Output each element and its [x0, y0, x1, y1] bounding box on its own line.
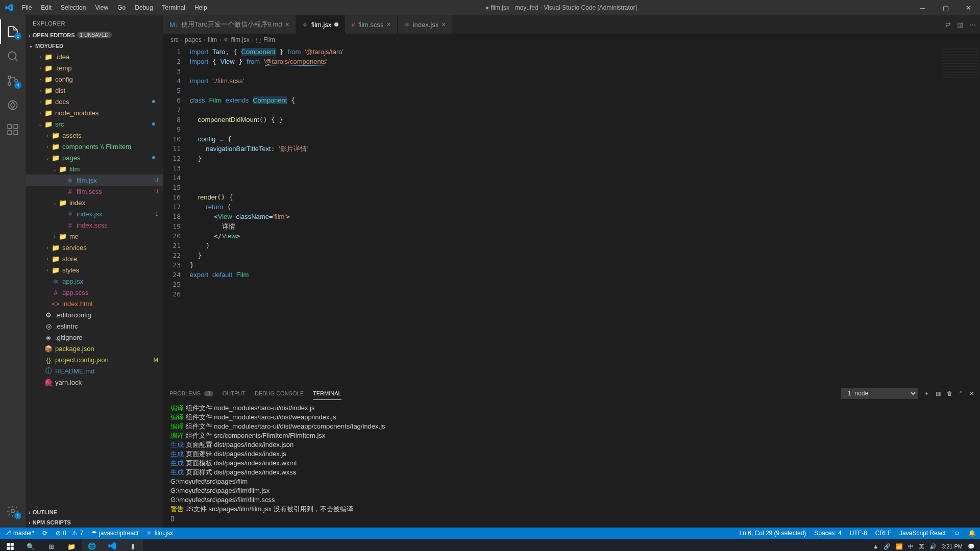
- breadcrumb-item[interactable]: Film: [263, 36, 275, 43]
- tree-item-docs[interactable]: ›📁docs: [26, 96, 163, 107]
- tree-item-config[interactable]: ›📁config: [26, 73, 163, 85]
- new-terminal-icon[interactable]: ＋: [924, 390, 929, 397]
- menu-debug[interactable]: Debug: [131, 2, 157, 13]
- breadcrumb[interactable]: src›pages›film›⚛film.jsx›⬚Film: [163, 34, 980, 46]
- tree-item-film-jsx[interactable]: ⚛film.jsxU: [26, 174, 163, 186]
- tray-ime2[interactable]: 英: [919, 543, 924, 550]
- tree-item--gitignore[interactable]: ◈.gitignore: [26, 332, 163, 343]
- close-panel-icon[interactable]: ✕: [969, 390, 974, 397]
- open-editors-header[interactable]: › OPEN EDITORS 1 UNSAVED: [26, 30, 163, 40]
- tree-item-index-scss[interactable]: #index.scss: [26, 219, 163, 231]
- tree-item-project-config-json[interactable]: {}project.config.jsonM: [26, 354, 163, 365]
- close-tab-icon[interactable]: ×: [442, 20, 446, 29]
- tray-ime[interactable]: 中: [908, 543, 914, 550]
- tab---taro---------9-md[interactable]: M↓使用Taro开发一个微信小程序9.md×: [163, 15, 296, 34]
- maximize-button[interactable]: ▢: [934, 0, 957, 15]
- breadcrumb-item[interactable]: src: [170, 36, 179, 43]
- start-button[interactable]: [0, 539, 20, 551]
- taskbar-vscode[interactable]: [102, 539, 122, 551]
- menu-edit[interactable]: Edit: [37, 2, 56, 13]
- status-problems[interactable]: ⊘0 ⚠7: [52, 530, 87, 537]
- tree-item-app-jsx[interactable]: ⚛app.jsx: [26, 276, 163, 287]
- taskbar-search[interactable]: 🔍: [20, 539, 41, 551]
- tray-time[interactable]: 3:21 PM: [942, 543, 963, 549]
- menu-selection[interactable]: Selection: [57, 2, 90, 13]
- split-icon[interactable]: ▥: [957, 21, 963, 29]
- more-icon[interactable]: ⋯: [969, 21, 976, 29]
- panel-tab-debug[interactable]: DEBUG CONSOLE: [255, 387, 304, 399]
- system-tray[interactable]: ▲ 🔗 📶 中 英 🔊 3:21 PM 💬: [868, 543, 980, 550]
- tray-volume[interactable]: 🔊: [929, 543, 937, 550]
- breadcrumb-item[interactable]: pages: [185, 36, 202, 43]
- tree-item-styles[interactable]: ›📁styles: [26, 264, 163, 276]
- close-tab-icon[interactable]: ×: [285, 20, 289, 29]
- tree-item-components----filmitem[interactable]: ›📁components \\ FilmItem: [26, 141, 163, 152]
- tree-item--eslintrc[interactable]: ◎.eslintrc: [26, 320, 163, 332]
- kill-terminal-icon[interactable]: 🗑: [947, 390, 952, 396]
- breadcrumb-item[interactable]: film.jsx: [231, 36, 250, 43]
- tray-icon[interactable]: ▲: [873, 543, 878, 549]
- tree-item-package-json[interactable]: 📦package.json: [26, 343, 163, 354]
- menu-terminal[interactable]: Terminal: [158, 2, 189, 13]
- tree-item-film[interactable]: ⌄📁film: [26, 163, 163, 174]
- activity-settings[interactable]: 1: [0, 499, 26, 523]
- tree-item-app-scss[interactable]: #app.scss: [26, 287, 163, 298]
- close-tab-icon[interactable]: ×: [387, 20, 391, 29]
- status-lang-context[interactable]: ☂javascriptreact: [87, 530, 142, 537]
- minimap[interactable]: [934, 46, 980, 385]
- tree-item-film-scss[interactable]: #film.scssU: [26, 186, 163, 197]
- tree-item-index-html[interactable]: <>index.html: [26, 298, 163, 309]
- activity-explorer[interactable]: 1: [0, 19, 26, 44]
- taskbar-taskview[interactable]: ⊞: [41, 539, 61, 551]
- tree-item-node-modules[interactable]: ›📁node_modules: [26, 107, 163, 118]
- menu-go[interactable]: Go: [113, 2, 130, 13]
- activity-search[interactable]: [0, 44, 26, 68]
- tree-item--editorconfig[interactable]: ⚙.editorconfig: [26, 309, 163, 320]
- tree-item-services[interactable]: ›📁services: [26, 242, 163, 253]
- terminal-selector[interactable]: 1: node: [841, 388, 918, 399]
- status-sync[interactable]: ⟳: [38, 530, 52, 537]
- code-content[interactable]: import Taro, { Component } from '@tarojs…: [190, 46, 934, 385]
- tree-item--temp[interactable]: ›📁.temp: [26, 62, 163, 73]
- tab-film-scss[interactable]: #film.scss×: [345, 15, 397, 34]
- tree-item-src[interactable]: ⌄📁src: [26, 118, 163, 130]
- taskbar-explorer[interactable]: 📁: [61, 539, 82, 551]
- status-spaces[interactable]: Spaces: 4: [810, 530, 845, 537]
- project-header[interactable]: ⌄ MOYUFED: [26, 40, 163, 51]
- taskbar-terminal[interactable]: ▮: [122, 539, 143, 551]
- breadcrumb-item[interactable]: film: [208, 36, 217, 43]
- tree-item-readme-md[interactable]: ⓘREADME.md: [26, 365, 163, 377]
- status-notifications[interactable]: 🔔: [964, 530, 980, 537]
- tab-index-jsx[interactable]: ⚛index.jsx×: [398, 15, 453, 34]
- tree-item-assets[interactable]: ›📁assets: [26, 130, 163, 141]
- code-editor[interactable]: 1234567891011121314151617181920212223242…: [163, 46, 980, 385]
- minimize-button[interactable]: ─: [911, 0, 934, 15]
- tree-item-pages[interactable]: ⌄📁pages: [26, 152, 163, 163]
- outline-header[interactable]: › OUTLINE: [26, 507, 163, 517]
- tree-item-dist[interactable]: ›📁dist: [26, 85, 163, 96]
- taskbar-chrome[interactable]: 🌐: [82, 539, 102, 551]
- menu-help[interactable]: Help: [190, 2, 211, 13]
- tree-item-index[interactable]: ⌄📁index: [26, 197, 163, 208]
- activity-debug[interactable]: [0, 93, 26, 117]
- tab-film-jsx[interactable]: ⚛film.jsx: [296, 15, 346, 34]
- activity-scm[interactable]: 4: [0, 68, 26, 93]
- tree-item-yarn-lock[interactable]: 🧶yarn.lock: [26, 377, 163, 388]
- npm-scripts-header[interactable]: › NPM SCRIPTS: [26, 517, 163, 528]
- maximize-panel-icon[interactable]: ⌃: [959, 390, 963, 397]
- status-filename[interactable]: ⚛film.jsx: [142, 530, 177, 537]
- status-langmode[interactable]: JavaScript React: [895, 530, 950, 537]
- tree-item-store[interactable]: ›📁store: [26, 253, 163, 264]
- menu-view[interactable]: View: [91, 2, 112, 13]
- tree-item-index-jsx[interactable]: ⚛index.jsx1: [26, 208, 163, 219]
- terminal-output[interactable]: 编译 组件文件 node_modules/taro-ui/dist/index.…: [163, 402, 980, 528]
- panel-tab-terminal[interactable]: TERMINAL: [313, 387, 341, 400]
- status-cursor[interactable]: Ln 6, Col 29 (9 selected): [736, 530, 811, 537]
- status-encoding[interactable]: UTF-8: [846, 530, 871, 537]
- tree-item-me[interactable]: ›📁me: [26, 231, 163, 242]
- close-button[interactable]: ✕: [957, 0, 980, 15]
- tray-icon[interactable]: 🔗: [884, 543, 891, 550]
- status-eol[interactable]: CRLF: [871, 530, 895, 537]
- tree-item--idea[interactable]: ›📁.idea: [26, 51, 163, 62]
- activity-extensions[interactable]: [0, 117, 26, 142]
